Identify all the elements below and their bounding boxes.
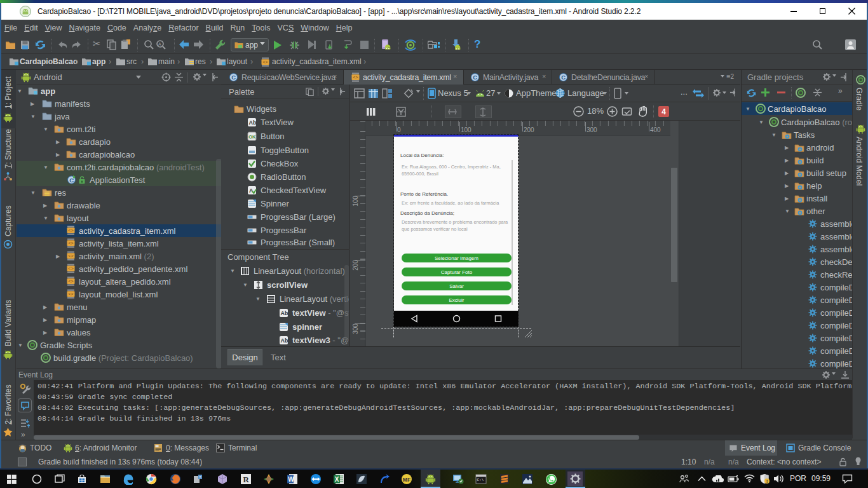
svg-text:C: C	[231, 74, 236, 81]
svg-text:Ab: Ab	[281, 337, 288, 344]
svg-text:!: !	[766, 479, 768, 484]
svg-text:MF: MF	[403, 477, 410, 483]
svg-text:C:\: C:\	[477, 478, 484, 482]
svg-text:A: A	[158, 42, 161, 46]
svg-text:Ab: Ab	[249, 119, 257, 126]
svg-text:OK: OK	[248, 134, 256, 140]
svg-text:C: C	[561, 74, 566, 81]
svg-text:C: C	[473, 74, 477, 81]
svg-text:X: X	[335, 476, 339, 483]
svg-text:Ab: Ab	[281, 310, 288, 316]
svg-text:R: R	[243, 475, 250, 484]
svg-text:W: W	[288, 476, 294, 483]
